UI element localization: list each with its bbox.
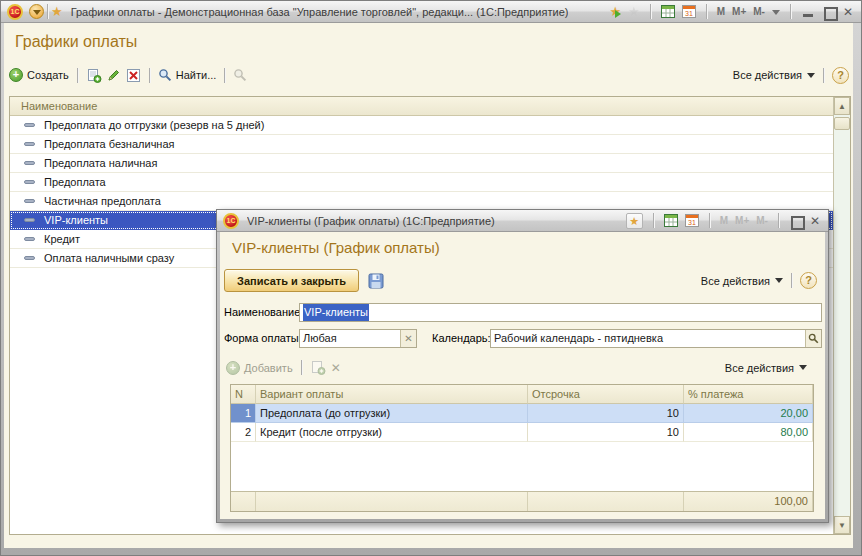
edit-button[interactable] — [107, 68, 121, 82]
separator — [706, 4, 707, 19]
add-favorite-button[interactable] — [626, 213, 643, 229]
maximize-button[interactable] — [822, 6, 836, 18]
calculator-icon[interactable] — [661, 5, 675, 18]
column-header-n[interactable]: N — [231, 385, 256, 404]
list-item-icon — [24, 123, 35, 127]
memory-m-minus-button[interactable]: M- — [753, 6, 765, 17]
memory-m-button[interactable]: M — [720, 215, 728, 226]
find-button[interactable]: Найти... — [158, 68, 217, 82]
clear-button[interactable] — [400, 330, 416, 347]
svg-text:31: 31 — [688, 219, 696, 226]
all-actions-label: Все действия — [733, 69, 802, 81]
column-header-variant[interactable]: Вариант оплаты — [256, 385, 528, 404]
list-item-icon — [24, 180, 35, 184]
cancel-search-button[interactable] — [233, 68, 247, 82]
star-icon — [629, 214, 639, 228]
save-and-close-button[interactable]: Записать и закрыть — [224, 269, 359, 292]
grid-toolbar: Добавить Все действия — [226, 356, 807, 379]
create-button[interactable]: Создать — [9, 68, 69, 82]
grid-total-value: 100,00 — [684, 492, 813, 511]
calculator-icon[interactable] — [664, 214, 678, 227]
grid-cell-percent[interactable]: 20,00 — [684, 404, 813, 423]
all-actions-label: Все действия — [701, 275, 770, 287]
dialog-commandbar: Записать и закрыть Все действия ? — [224, 268, 817, 293]
scroll-down-button[interactable] — [834, 516, 850, 534]
memory-m-button[interactable]: M — [717, 6, 725, 17]
delete-x-icon — [331, 361, 341, 375]
payment-form-input[interactable]: Любая — [299, 329, 417, 348]
grid-cell-variant[interactable]: Предоплата (до отгрузки) — [256, 404, 528, 423]
page-title: Графики оплаты — [15, 33, 137, 51]
all-actions-menu[interactable]: Все действия — [733, 69, 815, 82]
cancel-search-icon — [233, 68, 247, 82]
calendar-value: Рабочий календарь - пятидневка — [494, 330, 805, 347]
favorites-star-icon[interactable] — [51, 5, 63, 19]
copy-button[interactable] — [86, 68, 102, 83]
all-actions-menu[interactable]: Все действия — [725, 361, 807, 374]
memory-m-minus-button[interactable]: M- — [756, 215, 768, 226]
dialog-form: VIP-клиенты (График оплаты) Записать и з… — [220, 232, 825, 519]
calendar-lookup-button[interactable] — [805, 330, 821, 347]
name-input[interactable]: VIP-клиенты — [299, 303, 822, 322]
copy-row-button[interactable] — [310, 360, 326, 375]
copy-icon — [86, 68, 102, 83]
help-button[interactable]: ? — [800, 272, 817, 289]
app-logo-1c-icon[interactable] — [7, 4, 23, 20]
list-row-label: Оплата наличными сразу — [44, 252, 174, 264]
save-floppy-icon — [368, 273, 384, 289]
list-row[interactable]: Предоплата наличная — [10, 154, 833, 173]
separator — [149, 68, 150, 83]
maximize-button[interactable] — [789, 215, 803, 227]
list-row[interactable]: Предоплата безналичная — [10, 135, 833, 154]
close-button[interactable] — [810, 215, 820, 227]
main-menu-button[interactable] — [29, 4, 44, 19]
vip-clients-dialog: VIP-клиенты (График оплаты) (1С:Предприя… — [216, 209, 829, 523]
calendar-field-label: Календарь: — [432, 332, 491, 344]
favorites-list-icon[interactable] — [628, 5, 640, 19]
grid-cell-delay[interactable]: 10 — [528, 404, 684, 423]
minimize-button[interactable] — [801, 6, 815, 18]
grid-cell-percent[interactable]: 80,00 — [684, 423, 813, 442]
add-row-button[interactable]: Добавить — [226, 361, 293, 375]
grid-cell-n[interactable]: 2 — [231, 423, 256, 442]
delete-icon — [126, 68, 141, 83]
list-item-icon — [24, 199, 35, 203]
scrollbar-thumb[interactable] — [834, 117, 850, 130]
footer-cell — [256, 492, 528, 511]
clear-x-icon — [404, 330, 412, 347]
list-row[interactable]: Предоплата — [10, 173, 833, 192]
name-field-label: Наименование: — [224, 306, 303, 318]
delete-button[interactable] — [126, 68, 141, 83]
calendar-icon[interactable]: 31 — [685, 214, 699, 227]
close-button[interactable] — [843, 6, 853, 18]
list-column-header[interactable]: Наименование — [10, 97, 833, 116]
find-button-label: Найти... — [176, 69, 217, 81]
separator — [301, 360, 302, 375]
grid-cell-n[interactable]: 1 — [231, 404, 256, 423]
scroll-up-button[interactable] — [834, 97, 850, 115]
dialog-page-title: VIP-клиенты (График оплаты) — [232, 239, 440, 256]
memory-m-plus-button[interactable]: M+ — [732, 6, 746, 17]
column-header-delay[interactable]: Отсрочка — [528, 385, 684, 404]
help-button[interactable]: ? — [832, 67, 849, 84]
grid-row[interactable]: 2Кредит (после отгрузки)1080,00 — [231, 423, 813, 442]
all-actions-menu[interactable]: Все действия — [701, 274, 783, 287]
calendar-input[interactable]: Рабочий календарь - пятидневка — [490, 329, 822, 348]
grid-cell-delay[interactable]: 10 — [528, 423, 684, 442]
separator — [224, 68, 225, 83]
add-favorite-icon[interactable] — [609, 5, 621, 19]
list-scrollbar[interactable] — [833, 97, 850, 534]
calendar-icon[interactable]: 31 — [682, 5, 696, 18]
chevron-down-icon[interactable] — [772, 10, 780, 19]
memory-m-plus-button[interactable]: M+ — [735, 215, 749, 226]
column-header-percent[interactable]: % платежа — [684, 385, 813, 404]
list-item-icon — [24, 161, 35, 165]
grid-cell-variant[interactable]: Кредит (после отгрузки) — [256, 423, 528, 442]
list-row[interactable]: Предоплата до отгрузки (резерв на 5 дней… — [10, 116, 833, 135]
payment-form-value: Любая — [303, 330, 400, 347]
list-row-label: Кредит — [44, 233, 80, 245]
save-button[interactable] — [368, 273, 384, 289]
list-row-label: Предоплата до отгрузки (резерв на 5 дней… — [44, 119, 264, 131]
delete-row-button[interactable] — [331, 361, 341, 375]
grid-row[interactable]: 1Предоплата (до отгрузки)1020,00 — [231, 404, 813, 423]
